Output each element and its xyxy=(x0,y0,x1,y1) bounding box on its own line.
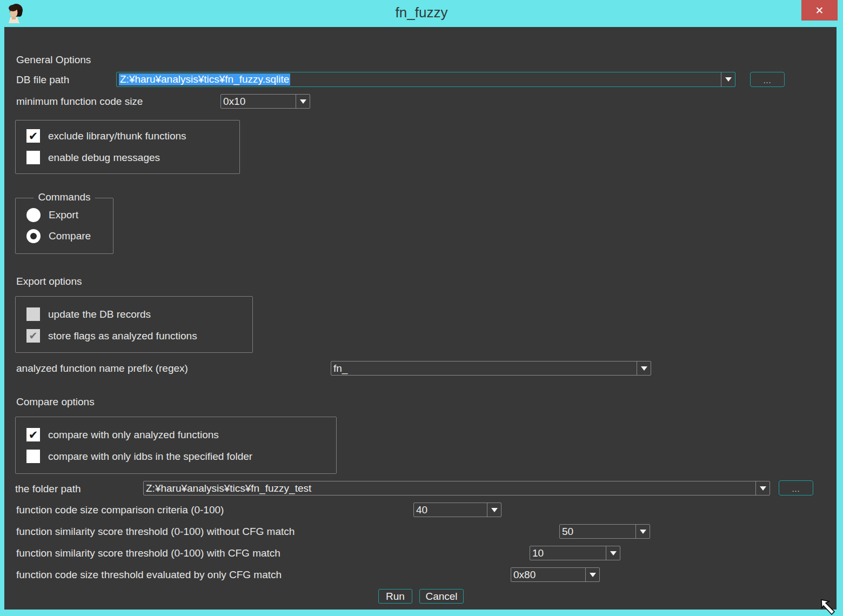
similarity-with-cfg-label: function similarity score threshold (0-1… xyxy=(16,547,280,559)
exclude-library-checkbox[interactable]: ✔ xyxy=(26,129,40,143)
compare-idbs-row[interactable]: compare with only idbs in the specified … xyxy=(26,450,252,463)
export-flags-groupbox: update the DB records ✔ store flags as a… xyxy=(15,296,253,353)
folder-path-dropdown-icon[interactable] xyxy=(755,481,770,495)
db-file-path-value[interactable]: Z:¥haru¥analysis¥tics¥fn_fuzzy.sqlite xyxy=(117,72,721,86)
update-db-checkbox xyxy=(26,307,40,321)
prefix-value[interactable]: fn_ xyxy=(331,361,637,375)
compare-radio[interactable] xyxy=(26,229,41,243)
fn-fuzzy-dialog: fn_fuzzy ✕ General Options DB file path … xyxy=(0,0,843,616)
db-file-path-label: DB file path xyxy=(16,74,69,86)
prefix-combo[interactable]: fn_ xyxy=(331,361,651,376)
db-file-path-dropdown-icon[interactable] xyxy=(721,72,735,86)
export-options-heading: Export options xyxy=(16,276,82,287)
store-flags-row: ✔ store flags as analyzed functions xyxy=(26,329,197,343)
similarity-without-cfg-combo[interactable]: 50 xyxy=(559,524,650,539)
general-flags-groupbox: ✔ exclude library/thunk functions enable… xyxy=(15,120,240,174)
cfg-size-threshold-dropdown-icon[interactable] xyxy=(585,568,599,581)
min-code-size-label: minimum function code size xyxy=(16,96,143,108)
folder-path-browse-button[interactable]: ... xyxy=(779,480,813,496)
code-size-criteria-combo[interactable]: 40 xyxy=(413,503,501,517)
prefix-dropdown-icon[interactable] xyxy=(637,361,651,375)
dialog-body: General Options DB file path Z:¥haru¥ana… xyxy=(4,27,837,610)
compare-analyzed-row[interactable]: ✔ compare with only analyzed functions xyxy=(26,428,219,441)
compare-idbs-label: compare with only idbs in the specified … xyxy=(48,451,252,463)
mouse-cursor-icon xyxy=(820,599,839,615)
db-file-path-combo[interactable]: Z:¥haru¥analysis¥tics¥fn_fuzzy.sqlite xyxy=(116,72,735,87)
code-size-criteria-value[interactable]: 40 xyxy=(414,503,487,517)
similarity-without-cfg-label: function similarity score threshold (0-1… xyxy=(16,526,295,538)
min-code-size-value[interactable]: 0x10 xyxy=(221,95,296,108)
folder-path-value[interactable]: Z:¥haru¥analysis¥tics¥fn_fuzzy_test xyxy=(144,481,755,495)
folder-path-label: the folder path xyxy=(15,483,81,495)
exclude-library-label: exclude library/thunk functions xyxy=(48,130,186,142)
export-radio-row[interactable]: Export xyxy=(26,208,78,222)
compare-flags-groupbox: ✔ compare with only analyzed functions c… xyxy=(15,417,337,474)
exclude-library-row[interactable]: ✔ exclude library/thunk functions xyxy=(26,129,186,143)
min-code-size-combo[interactable]: 0x10 xyxy=(220,94,310,109)
similarity-with-cfg-dropdown-icon[interactable] xyxy=(606,546,620,560)
update-db-row: update the DB records xyxy=(26,307,151,321)
code-size-criteria-label: function code size comparison criteria (… xyxy=(16,504,224,516)
export-radio[interactable] xyxy=(26,208,41,222)
similarity-with-cfg-value[interactable]: 10 xyxy=(530,546,606,560)
min-code-size-dropdown-icon[interactable] xyxy=(296,95,310,108)
similarity-without-cfg-value[interactable]: 50 xyxy=(560,525,635,538)
compare-analyzed-checkbox[interactable]: ✔ xyxy=(26,428,40,441)
cancel-button[interactable]: Cancel xyxy=(419,589,464,604)
close-button[interactable]: ✕ xyxy=(801,0,838,21)
compare-options-heading: Compare options xyxy=(16,396,95,408)
similarity-with-cfg-combo[interactable]: 10 xyxy=(530,546,620,560)
window-title: fn_fuzzy xyxy=(0,4,843,21)
cfg-size-threshold-value[interactable]: 0x80 xyxy=(511,568,585,581)
cfg-size-threshold-label: function code size threshold evaluated b… xyxy=(16,569,282,581)
compare-idbs-checkbox[interactable] xyxy=(26,450,40,463)
compare-analyzed-label: compare with only analyzed functions xyxy=(48,429,219,441)
compare-radio-row[interactable]: Compare xyxy=(26,229,91,243)
general-options-heading: General Options xyxy=(16,54,91,66)
titlebar: fn_fuzzy ✕ xyxy=(0,0,843,27)
cfg-size-threshold-combo[interactable]: 0x80 xyxy=(511,567,600,582)
prefix-label: analyzed function name prefix (regex) xyxy=(16,363,188,374)
export-radio-label: Export xyxy=(49,209,78,221)
update-db-label: update the DB records xyxy=(48,309,151,320)
similarity-without-cfg-dropdown-icon[interactable] xyxy=(635,525,650,538)
enable-debug-label: enable debug messages xyxy=(48,152,160,164)
enable-debug-checkbox[interactable] xyxy=(26,151,40,164)
commands-legend: Commands xyxy=(34,191,95,203)
commands-groupbox: Commands Export Compare xyxy=(15,198,113,254)
store-flags-label: store flags as analyzed functions xyxy=(48,330,197,342)
code-size-criteria-dropdown-icon[interactable] xyxy=(487,503,501,517)
compare-radio-label: Compare xyxy=(49,230,91,242)
store-flags-checkbox: ✔ xyxy=(26,329,40,343)
run-button[interactable]: Run xyxy=(378,589,412,604)
folder-path-combo[interactable]: Z:¥haru¥analysis¥tics¥fn_fuzzy_test xyxy=(143,481,770,496)
enable-debug-row[interactable]: enable debug messages xyxy=(26,151,160,164)
db-file-path-browse-button[interactable]: ... xyxy=(750,72,785,87)
close-icon: ✕ xyxy=(815,4,824,17)
